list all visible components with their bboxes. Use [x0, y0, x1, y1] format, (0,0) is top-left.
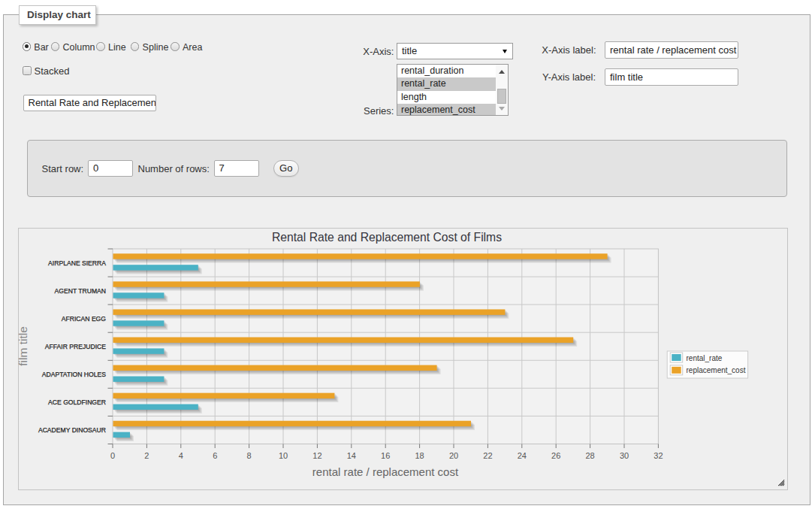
svg-text:film title: film title — [18, 326, 29, 366]
svg-text:AGENT TRUMAN: AGENT TRUMAN — [55, 287, 106, 295]
svg-text:4: 4 — [179, 451, 183, 460]
svg-text:30: 30 — [620, 451, 629, 460]
svg-text:22: 22 — [483, 451, 492, 460]
svg-text:32: 32 — [654, 451, 663, 460]
svg-text:0: 0 — [110, 451, 115, 460]
svg-text:24: 24 — [518, 451, 527, 460]
svg-text:16: 16 — [381, 451, 390, 460]
svg-text:12: 12 — [312, 451, 321, 460]
svg-text:ACADEMY DINOSAUR: ACADEMY DINOSAUR — [38, 426, 106, 434]
svg-text:18: 18 — [415, 451, 424, 460]
svg-text:8: 8 — [247, 451, 252, 460]
svg-text:rental rate / replacement cost: rental rate / replacement cost — [312, 465, 459, 478]
svg-text:6: 6 — [213, 451, 217, 460]
svg-text:26: 26 — [551, 451, 560, 460]
svg-text:10: 10 — [279, 451, 288, 460]
svg-text:AFFAIR PREJUDICE: AFFAIR PREJUDICE — [45, 343, 106, 350]
svg-text:2: 2 — [144, 451, 149, 460]
svg-text:20: 20 — [449, 451, 458, 460]
svg-text:14: 14 — [347, 451, 356, 460]
svg-text:ADAPTATION HOLES: ADAPTATION HOLES — [42, 371, 106, 378]
svg-text:ACE GOLDFINGER: ACE GOLDFINGER — [48, 398, 106, 406]
svg-text:replacement_cost: replacement_cost — [687, 366, 746, 374]
svg-text:AIRPLANE SIERRA: AIRPLANE SIERRA — [48, 259, 106, 267]
svg-text:Rental Rate and Replacement Co: Rental Rate and Replacement Cost of Film… — [272, 231, 502, 244]
svg-text:AFRICAN EGG: AFRICAN EGG — [62, 315, 107, 323]
svg-text:rental_rate: rental_rate — [687, 354, 723, 362]
svg-text:28: 28 — [585, 451, 594, 460]
